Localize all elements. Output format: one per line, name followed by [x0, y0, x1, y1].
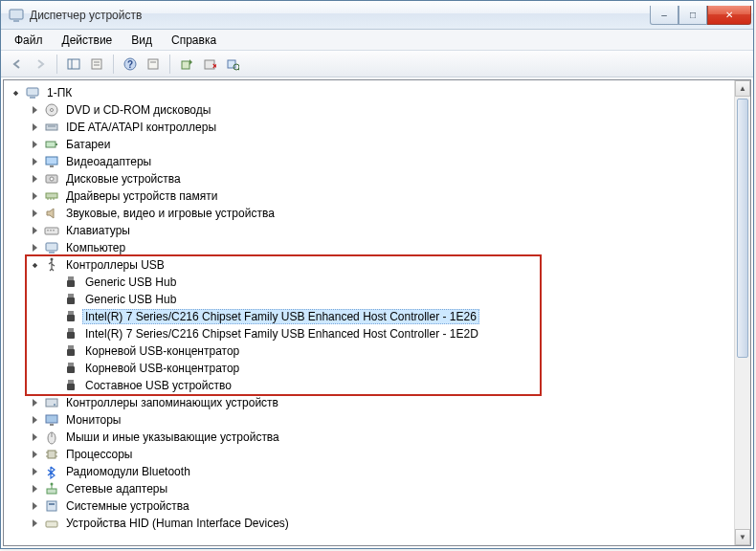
node-label: Мониторы — [63, 412, 123, 428]
show-hide-console-tree-button[interactable] — [63, 54, 84, 75]
tree-device-node[interactable]: Generic USB Hub — [46, 274, 734, 291]
tree-device-node[interactable]: Составное USB устройство — [46, 377, 734, 394]
expand-toggle[interactable] — [27, 240, 42, 255]
menu-view[interactable]: Вид — [122, 31, 162, 50]
tree-category-node[interactable]: Клавиатуры — [27, 222, 734, 239]
expand-toggle[interactable] — [27, 206, 42, 221]
device-manager-window: Диспетчер устройств – □ ✕ Файл Действие … — [0, 0, 754, 549]
svg-rect-56 — [46, 415, 57, 423]
svg-rect-18 — [30, 97, 35, 99]
scroll-track[interactable] — [735, 97, 750, 529]
expand-toggle[interactable] — [27, 154, 42, 169]
forward-button[interactable] — [30, 54, 51, 75]
tree-category-usb[interactable]: Контроллеры USB — [27, 256, 734, 274]
expand-toggle[interactable] — [27, 430, 42, 445]
properties-button[interactable] — [86, 54, 107, 75]
tree-category-node[interactable]: Батареи — [27, 136, 734, 153]
svg-rect-11 — [182, 61, 189, 69]
node-label: Контроллеры запоминающих устройств — [63, 395, 281, 410]
tree-device-node[interactable]: Intel(R) 7 Series/C216 Chipset Family US… — [46, 308, 734, 325]
tree-category-node[interactable]: Радиомодули Bluetooth — [27, 463, 734, 480]
scroll-thumb[interactable] — [737, 99, 748, 358]
tree-category-node[interactable]: Сетевые адаптеры — [27, 480, 734, 497]
node-label: Generic USB Hub — [82, 275, 179, 290]
expand-toggle[interactable] — [27, 481, 42, 496]
expand-toggle[interactable] — [27, 223, 42, 238]
node-label: Составное USB устройство — [82, 378, 234, 393]
expand-toggle[interactable] — [8, 85, 23, 100]
tree-category-node[interactable]: Системные устройства — [27, 497, 734, 515]
svg-rect-36 — [53, 230, 55, 231]
maximize-button[interactable]: □ — [678, 6, 707, 25]
menubar: Файл Действие Вид Справка — [1, 30, 753, 51]
menu-help[interactable]: Справка — [162, 31, 226, 50]
svg-rect-42 — [68, 294, 74, 298]
device-tree[interactable]: 1-ПКDVD и CD-ROM дисководыIDE ATA/ATAPI … — [4, 80, 734, 536]
device-properties-button[interactable] — [143, 54, 164, 75]
menu-file[interactable]: Файл — [5, 31, 53, 50]
expand-toggle[interactable] — [27, 257, 42, 273]
scroll-down-button[interactable]: ▼ — [735, 529, 750, 545]
expand-toggle[interactable] — [27, 137, 42, 152]
tree-category-node[interactable]: Драйверы устройств памяти — [27, 187, 734, 205]
tree-category-node[interactable]: Мониторы — [27, 411, 734, 429]
update-driver-button[interactable] — [176, 54, 197, 75]
tree-category-node[interactable]: Процессоры — [27, 446, 734, 463]
svg-rect-37 — [46, 243, 57, 251]
node-label: Сетевые адаптеры — [63, 481, 170, 496]
svg-rect-50 — [68, 363, 74, 366]
expand-toggle[interactable] — [27, 102, 42, 118]
tree-category-node[interactable]: Звуковые, видео и игровые устройства — [27, 205, 734, 222]
node-label: Мыши и иные указывающие устройства — [63, 430, 282, 445]
tree-category-node[interactable]: Контроллеры запоминающих устройств — [27, 394, 734, 411]
node-label: Батареи — [63, 137, 113, 152]
tree-category-node[interactable]: Видеоадаптеры — [27, 153, 734, 170]
titlebar[interactable]: Диспетчер устройств – □ ✕ — [1, 1, 753, 30]
expand-toggle[interactable] — [27, 498, 42, 514]
help-button[interactable]: ? — [120, 54, 141, 75]
tree-root-node[interactable]: 1-ПК — [8, 84, 734, 101]
back-button[interactable] — [7, 54, 28, 75]
svg-point-20 — [51, 109, 54, 112]
tree-category-node[interactable]: Мыши и иные указывающие устройства — [27, 429, 734, 446]
node-label: Видеоадаптеры — [63, 154, 154, 169]
vertical-scrollbar[interactable]: ▲ ▼ — [734, 80, 750, 545]
expand-toggle[interactable] — [27, 120, 42, 135]
expand-toggle[interactable] — [27, 188, 42, 204]
tree-device-node[interactable]: Intel(R) 7 Series/C216 Chipset Family US… — [46, 325, 734, 342]
expand-toggle[interactable] — [27, 464, 42, 479]
svg-point-67 — [51, 483, 54, 486]
node-label: Радиомодули Bluetooth — [63, 464, 193, 479]
tree-category-node[interactable]: DVD и CD-ROM дисководы — [27, 101, 734, 119]
svg-rect-44 — [68, 311, 74, 315]
svg-rect-52 — [68, 380, 74, 384]
expand-toggle[interactable] — [27, 171, 42, 187]
node-label: Системные устройства — [63, 498, 192, 514]
tree-category-node[interactable]: Устройства HID (Human Interface Devices) — [27, 515, 734, 532]
expand-toggle[interactable] — [27, 412, 42, 428]
tree-category-node[interactable]: IDE ATA/ATAPI контроллеры — [27, 119, 734, 136]
node-label: Компьютер — [63, 240, 128, 255]
tree-device-node[interactable]: Generic USB Hub — [46, 291, 734, 308]
svg-rect-43 — [67, 298, 75, 304]
close-button[interactable]: ✕ — [707, 6, 751, 25]
expand-toggle[interactable] — [27, 447, 42, 462]
device-tree-panel: 1-ПКDVD и CD-ROM дисководыIDE ATA/ATAPI … — [3, 79, 751, 546]
minimize-button[interactable]: – — [650, 6, 678, 25]
tree-category-node[interactable]: Дисковые устройства — [27, 170, 734, 187]
menu-action[interactable]: Действие — [53, 31, 122, 50]
tree-device-node[interactable]: Корневой USB-концентратор — [46, 360, 734, 377]
uninstall-device-button[interactable]: × — [199, 54, 220, 75]
tree-category-node[interactable]: Компьютер — [27, 239, 734, 256]
node-label: IDE ATA/ATAPI контроллеры — [63, 120, 219, 135]
svg-text:×: × — [212, 61, 216, 71]
scan-hardware-button[interactable] — [222, 54, 243, 75]
tree-device-node[interactable]: Корневой USB-концентратор — [46, 342, 734, 360]
expand-toggle[interactable] — [27, 395, 42, 410]
expand-toggle[interactable] — [27, 516, 42, 531]
svg-rect-26 — [50, 165, 54, 167]
node-label: Звуковые, видео и игровые устройства — [63, 206, 278, 221]
content-area: 1-ПКDVD и CD-ROM дисководыIDE ATA/ATAPI … — [1, 77, 753, 548]
scroll-up-button[interactable]: ▲ — [735, 80, 750, 97]
svg-rect-70 — [46, 521, 57, 527]
